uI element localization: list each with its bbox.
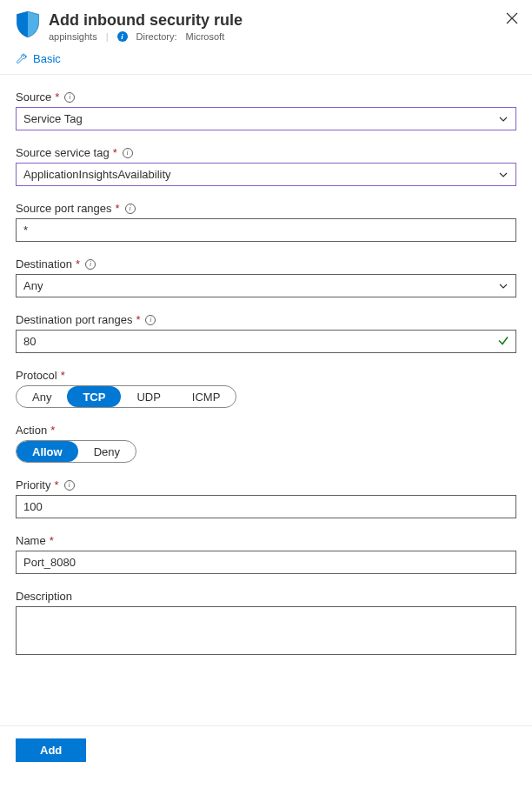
action-option-deny[interactable]: Deny — [78, 441, 136, 462]
required-marker: * — [54, 478, 58, 491]
directory-label: Directory: — [136, 31, 177, 42]
panel-title: Add inbound security rule — [49, 10, 516, 30]
required-marker: * — [55, 90, 59, 104]
protocol-option-icmp[interactable]: ICMP — [176, 386, 236, 407]
info-icon[interactable]: i — [64, 92, 75, 103]
destination-select[interactable]: Any — [16, 274, 516, 297]
info-icon: i — [117, 31, 128, 42]
source-tag-label: Source service tag — [16, 146, 110, 159]
chevron-down-icon — [498, 281, 509, 291]
separator: | — [106, 31, 109, 42]
protocol-option-tcp[interactable]: TCP — [67, 386, 121, 407]
protocol-option-udp[interactable]: UDP — [121, 386, 176, 407]
close-icon — [506, 12, 518, 24]
action-label: Action — [16, 424, 47, 437]
required-marker: * — [50, 424, 55, 437]
name-input[interactable] — [16, 551, 516, 574]
priority-label: Priority — [16, 478, 50, 491]
action-segmented: Allow Deny — [16, 440, 136, 463]
add-button[interactable]: Add — [16, 738, 86, 762]
chevron-down-icon — [498, 170, 509, 180]
protocol-segmented: Any TCP UDP ICMP — [16, 385, 236, 408]
required-marker: * — [136, 313, 140, 326]
dest-ports-input[interactable] — [16, 330, 516, 353]
dest-ports-label: Destination port ranges — [16, 313, 132, 326]
name-label: Name — [16, 534, 46, 547]
description-textarea[interactable] — [16, 606, 516, 655]
info-icon[interactable]: i — [85, 259, 96, 270]
required-marker: * — [50, 534, 54, 547]
source-tag-select[interactable]: ApplicationInsightsAvailability — [16, 163, 516, 186]
basic-toggle[interactable]: Basic — [0, 47, 532, 75]
basic-label: Basic — [33, 52, 61, 65]
directory-value: Microsoft — [186, 31, 225, 42]
info-icon[interactable]: i — [64, 480, 75, 491]
close-button[interactable] — [502, 7, 522, 32]
priority-input[interactable] — [16, 495, 516, 518]
required-marker: * — [113, 146, 117, 159]
info-icon[interactable]: i — [145, 315, 156, 325]
action-option-allow[interactable]: Allow — [17, 441, 78, 462]
form-body: Source * i Service Tag Source service ta… — [0, 75, 532, 699]
source-tag-value: ApplicationInsightsAvailability — [23, 168, 171, 181]
required-marker: * — [76, 257, 80, 271]
wrench-icon — [16, 53, 28, 65]
required-marker: * — [61, 369, 65, 382]
info-icon[interactable]: i — [125, 204, 136, 214]
source-ports-label: Source port ranges — [16, 202, 112, 215]
protocol-label: Protocol — [16, 369, 57, 382]
shield-icon — [16, 10, 40, 38]
source-label: Source — [16, 90, 51, 104]
panel-footer: Add — [0, 725, 532, 774]
source-ports-input[interactable] — [16, 218, 516, 242]
panel-header: Add inbound security rule appinsights | … — [0, 0, 532, 47]
destination-value: Any — [23, 279, 43, 292]
chevron-down-icon — [498, 114, 509, 124]
protocol-option-any[interactable]: Any — [17, 386, 67, 407]
required-marker: * — [116, 202, 120, 215]
source-value: Service Tag — [23, 112, 83, 125]
source-select[interactable]: Service Tag — [16, 107, 516, 130]
resource-name: appinsights — [49, 31, 97, 42]
info-icon[interactable]: i — [123, 148, 133, 158]
check-icon — [497, 334, 509, 349]
destination-label: Destination — [16, 257, 72, 271]
description-label: Description — [16, 590, 72, 603]
